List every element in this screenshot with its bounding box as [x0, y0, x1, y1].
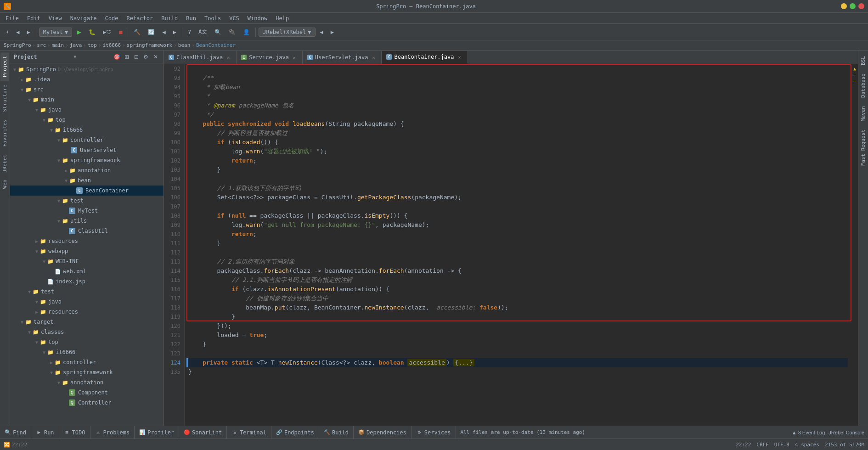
tree-item-top-classes[interactable]: ▼ 📁 top — [10, 337, 163, 347]
code-line-105[interactable]: // 1.获取该包下所有的字节码 — [188, 184, 848, 193]
sidebar-collapse-button[interactable]: ⊟ — [132, 53, 141, 61]
tree-item-webinf[interactable]: ▼ 📁 WEB-INF — [10, 256, 163, 266]
tree-item-classes[interactable]: ▼ 📁 classes — [10, 327, 163, 337]
code-line-117[interactable]: // 创建对象存放到到集合当中 — [188, 294, 848, 303]
run-config-selector[interactable]: MyTest ▼ — [39, 28, 73, 37]
problems-tab[interactable]: ⚠ Problems — [90, 426, 135, 439]
git-back-button[interactable]: ◀ — [13, 26, 22, 38]
left-vtab-structure[interactable]: Structure — [0, 81, 9, 116]
run-coverage-button[interactable]: ▶🛡 — [100, 26, 114, 38]
tree-item-beancontainer[interactable]: ▶ C BeanContainer — [10, 186, 163, 196]
tree-item-java[interactable]: ▼ 📁 java — [10, 105, 163, 115]
code-line-97[interactable]: */ — [188, 110, 848, 119]
status-crlf[interactable]: CRLF — [756, 442, 769, 448]
left-vtab-web[interactable]: Web — [0, 176, 9, 192]
tree-item-mytest[interactable]: ▶ C MyTest — [10, 206, 163, 216]
tree-item-main[interactable]: ▼ 📁 main — [10, 95, 163, 105]
right-tab-database[interactable]: Database — [859, 70, 868, 101]
breadcrumb-main[interactable]: main — [52, 42, 64, 48]
code-line-102[interactable]: return; — [188, 156, 848, 165]
tree-item-bean[interactable]: ▼ 📁 bean — [10, 175, 163, 186]
tree-item-test-folder[interactable]: ▼ 📁 test — [10, 196, 163, 206]
code-line-110[interactable]: return; — [188, 230, 848, 239]
tree-item-classutil[interactable]: ▶ C ClassUtil — [10, 226, 163, 236]
tree-item-indexjsp[interactable]: ▶ 📄 index.jsp — [10, 276, 163, 287]
tree-item-target[interactable]: ▼ 📁 target — [10, 317, 163, 327]
breadcrumb-src[interactable]: src — [37, 42, 46, 48]
endpoints-tab[interactable]: 🔗 Endpoints — [271, 426, 319, 439]
breadcrumb-top[interactable]: top — [88, 42, 97, 48]
sync-button[interactable]: 🔄 — [145, 26, 158, 38]
sidebar-settings-button[interactable]: ⚙ — [142, 53, 150, 61]
code-line-104[interactable] — [188, 174, 848, 184]
collapsed-code-124[interactable]: {...} — [453, 359, 474, 366]
code-line-96[interactable]: * @param packageName 包名 — [188, 101, 848, 110]
left-vtab-favorites[interactable]: Favorites — [0, 116, 9, 151]
tab-userservlet[interactable]: C UserServlet.java ✕ — [303, 51, 382, 64]
tree-item-annotation-classes[interactable]: ▼ 📁 annotation — [10, 377, 163, 388]
code-line-118[interactable]: beanMap.put(clazz, BeanContainer.newInst… — [188, 303, 848, 312]
breadcrumb-java[interactable]: java — [70, 42, 82, 48]
git-forward-button[interactable]: ▶ — [24, 26, 33, 38]
todo-tab[interactable]: ≡ TODO — [59, 426, 90, 439]
event-log-button[interactable]: ▲ 3 Event Log — [792, 430, 825, 435]
jrebel-console-button[interactable]: JRebel Console — [829, 430, 864, 435]
code-line-135[interactable]: } — [188, 367, 848, 377]
code-line-113[interactable]: // 2.遍历所有的字节码对象 — [188, 257, 848, 266]
breadcrumb-it6666[interactable]: it6666 — [102, 42, 121, 48]
code-line-111[interactable]: } — [188, 239, 848, 248]
dependencies-tab[interactable]: 📦 Dependencies — [354, 426, 411, 439]
code-line-103[interactable]: } — [188, 165, 848, 174]
jrebel-back-button[interactable]: ◀ — [317, 26, 326, 38]
help-button[interactable]: ? — [185, 26, 194, 38]
left-vtab-project[interactable]: Project — [0, 52, 9, 81]
stop-button[interactable]: ■ — [116, 26, 125, 38]
tree-item-controller-classes[interactable]: ▶ 📁 controller — [10, 357, 163, 367]
menu-item-vcs[interactable]: VCS — [225, 14, 243, 22]
right-tab-fast-request[interactable]: Fast Request — [859, 126, 868, 169]
project-tree[interactable]: ▼ 📁 SpringPro D:\Develop\SpringPro ▶ 📁 .… — [10, 63, 163, 426]
right-tab-bsl[interactable]: BSL — [859, 52, 868, 69]
menu-item-file[interactable]: File — [2, 14, 23, 22]
tree-item-top[interactable]: ▼ 📁 top — [10, 115, 163, 125]
code-line-123[interactable] — [188, 349, 848, 358]
nav-forward-button[interactable]: ▶ — [170, 26, 179, 38]
code-line-100[interactable]: if (isLoaded()) { — [188, 138, 848, 147]
tree-item-controller[interactable]: ▼ 📁 controller — [10, 135, 163, 145]
breadcrumb-springpro[interactable]: SpringPro — [4, 42, 31, 48]
code-line-114[interactable]: packageClass.forEach(clazz -> beanAnnota… — [188, 266, 848, 276]
menu-item-code[interactable]: Code — [101, 14, 122, 22]
close-button[interactable] — [858, 3, 864, 9]
nav-back-button[interactable]: ◀ — [159, 26, 168, 38]
code-line-112[interactable] — [188, 248, 848, 257]
tree-item-test-resources[interactable]: ▶ 📁 resources — [10, 307, 163, 317]
code-line-98[interactable]: public synchronized void loadBeans(Strin… — [188, 119, 848, 129]
sidebar-locate-button[interactable]: 🎯 — [113, 53, 121, 61]
tree-item-test-main[interactable]: ▼ 📁 test — [10, 287, 163, 297]
code-content[interactable]: /** * 加载bean * * @param packageName 包名 *… — [185, 64, 851, 426]
search-button[interactable]: 🔍 — [212, 26, 224, 38]
tree-item-annotation[interactable]: ▶ 📁 annotation — [10, 165, 163, 175]
code-line-119[interactable]: } — [188, 312, 848, 321]
tab-service[interactable]: I Service.java ✕ — [237, 51, 303, 64]
code-line-116[interactable]: if (clazz.isAnnotationPresent(annotation… — [188, 285, 848, 294]
code-line-120[interactable]: })); — [188, 321, 848, 331]
code-line-101[interactable]: log.warn("容器已经被加载! "); — [188, 147, 848, 156]
tab-classutil[interactable]: C ClassUtil.java ✕ — [164, 51, 237, 64]
menu-item-help[interactable]: Help — [272, 14, 293, 22]
menu-item-tools[interactable]: Tools — [201, 14, 225, 22]
menu-item-build[interactable]: Build — [158, 14, 181, 22]
build-button[interactable]: 🔨 — [131, 26, 143, 38]
profiler-tab[interactable]: 📊 Profiler — [135, 426, 179, 439]
debug-button[interactable]: 🐛 — [86, 26, 98, 38]
run-button[interactable]: ▶ — [74, 26, 84, 38]
right-tab-maven[interactable]: Maven — [859, 102, 868, 125]
code-line-109[interactable]: log.warn("get null from packageName: {}"… — [188, 220, 848, 230]
status-encoding[interactable]: UTF-8 — [774, 442, 789, 448]
tree-item-it6666-classes[interactable]: ▼ 📁 it6666 — [10, 347, 163, 357]
build-tab[interactable]: 🔨 Build — [319, 426, 354, 439]
classutil-tab-close[interactable]: ✕ — [225, 54, 231, 61]
services-tab[interactable]: ⚙ Services — [411, 426, 456, 439]
breadcrumb-bean[interactable]: bean — [178, 42, 191, 48]
menu-item-navigate[interactable]: Navigate — [67, 14, 101, 22]
